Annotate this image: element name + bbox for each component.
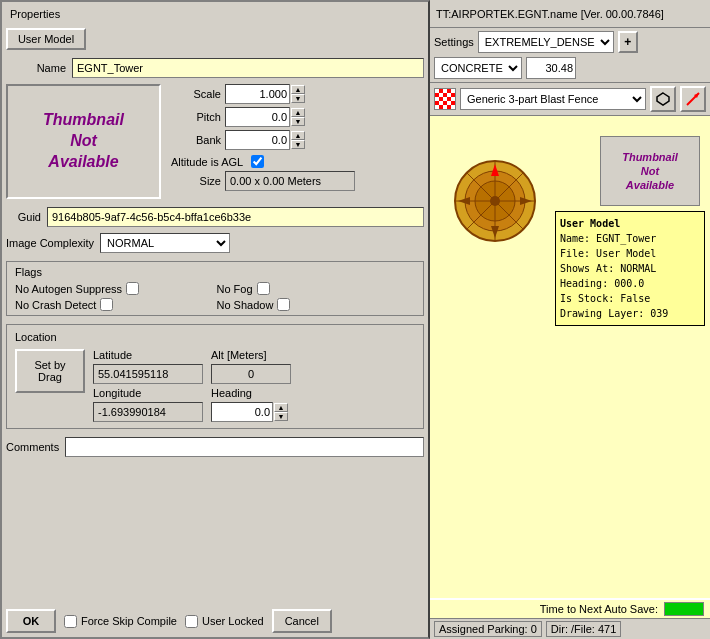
status-row: Assigned Parking: 0 Dir: /File: 471: [430, 618, 710, 639]
thumbnail-text: ThumbnailNotAvailable: [43, 110, 124, 172]
size-row: Size: [171, 171, 424, 191]
info-line6: Is Stock: False: [560, 291, 700, 306]
user-model-button[interactable]: User Model: [6, 28, 86, 50]
checkerboard-icon[interactable]: [434, 88, 456, 110]
alt-label: Alt [Meters]: [211, 349, 291, 361]
heading-label: Heading: [211, 387, 291, 399]
guid-input[interactable]: [47, 207, 424, 227]
bank-input[interactable]: [225, 130, 290, 150]
comments-row: Comments: [6, 437, 424, 457]
content-area: ThumbnailNotAvailable Scale ▲ ▼ Pitch ▲ …: [6, 84, 424, 199]
guid-row: Guid: [6, 207, 424, 227]
flag-no-shadow-checkbox[interactable]: [277, 298, 290, 311]
flag-no-crash-label: No Crash Detect: [15, 299, 96, 311]
add-button[interactable]: +: [618, 31, 638, 53]
right-panel: TT:AIRPORTEK.EGNT.name [Ver. 00.00.7846]…: [430, 0, 710, 639]
pitch-spinner[interactable]: ▲ ▼: [291, 108, 305, 126]
flags-title: Flags: [15, 266, 415, 278]
name-label: Name: [6, 62, 66, 74]
flag-no-autogen-label: No Autogen Suppress: [15, 283, 122, 295]
settings-bar: Settings EXTREMELY_DENSE + CONCRETE: [430, 28, 710, 83]
flag-no-crash-checkbox[interactable]: [100, 298, 113, 311]
auto-save-bar: [664, 602, 704, 616]
dir-file: Dir: /File: 471: [546, 621, 621, 637]
scale-up-btn[interactable]: ▲: [291, 85, 305, 94]
user-locked-item: User Locked: [185, 615, 264, 628]
complexity-row: Image Complexity NORMAL SIMPLE HIGH VERY…: [6, 233, 424, 253]
right-thumbnail: ThumbnailNotAvailable: [600, 136, 700, 206]
flag-no-fog: No Fog: [217, 282, 416, 295]
longitude-input[interactable]: [93, 402, 203, 422]
flag-no-autogen-checkbox[interactable]: [126, 282, 139, 295]
flag-no-autogen: No Autogen Suppress: [15, 282, 214, 295]
flags-group: Flags No Autogen Suppress No Fog No Cras…: [6, 261, 424, 316]
heading-down-btn[interactable]: ▼: [274, 412, 288, 421]
polygon-icon-btn[interactable]: [650, 86, 676, 112]
info-line4: Shows At: NORMAL: [560, 261, 700, 276]
flags-grid: No Autogen Suppress No Fog No Crash Dete…: [15, 282, 415, 311]
scale-label: Scale: [171, 88, 221, 100]
pitch-up-btn[interactable]: ▲: [291, 108, 305, 117]
flag-no-fog-checkbox[interactable]: [257, 282, 270, 295]
alt-input[interactable]: [211, 364, 291, 384]
set-by-drag-button[interactable]: Set by Drag: [15, 349, 85, 393]
latitude-input[interactable]: [93, 364, 203, 384]
scale-down-btn[interactable]: ▼: [291, 94, 305, 103]
bank-row: Bank ▲ ▼: [171, 130, 424, 150]
scale-row: Scale ▲ ▼: [171, 84, 424, 104]
latitude-label: Latitude: [93, 349, 203, 361]
right-top-bar: TT:AIRPORTEK.EGNT.name [Ver. 00.00.7846]: [430, 0, 710, 28]
panel-title: Properties: [6, 6, 424, 22]
bank-up-btn[interactable]: ▲: [291, 131, 305, 140]
scale-panel: Scale ▲ ▼ Pitch ▲ ▼ Bank ▲: [171, 84, 424, 199]
settings-label: Settings: [434, 36, 474, 48]
force-skip-checkbox[interactable]: [64, 615, 77, 628]
main-view: ThumbnailNotAvailable User Model Name: E…: [430, 116, 710, 598]
user-locked-checkbox[interactable]: [185, 615, 198, 628]
info-box: User Model Name: EGNT_Tower File: User M…: [555, 211, 705, 326]
altitude-label: Altitude is AGL: [171, 156, 243, 168]
size-input: [225, 171, 355, 191]
lat-lon-col: Latitude Longitude: [93, 349, 203, 422]
bank-spinner[interactable]: ▲ ▼: [291, 131, 305, 149]
longitude-label: Longitude: [93, 387, 203, 399]
user-locked-label: User Locked: [202, 615, 264, 627]
alt-heading-col: Alt [Meters] Heading ▲ ▼: [211, 349, 291, 422]
heading-up-btn[interactable]: ▲: [274, 403, 288, 412]
properties-panel: Properties User Model Name ThumbnailNotA…: [0, 0, 430, 639]
heading-spinner[interactable]: ▲ ▼: [274, 403, 288, 421]
toolbar-select[interactable]: Generic 3-part Blast Fence: [460, 88, 646, 110]
bank-down-btn[interactable]: ▼: [291, 140, 305, 149]
concrete-select[interactable]: CONCRETE: [434, 57, 522, 79]
info-line7: Drawing Layer: 039: [560, 306, 700, 321]
info-line5: Heading: 000.0: [560, 276, 700, 291]
toolbar-row: Generic 3-part Blast Fence: [430, 83, 710, 116]
comments-input[interactable]: [65, 437, 424, 457]
scale-spinner[interactable]: ▲ ▼: [291, 85, 305, 103]
ok-button[interactable]: OK: [6, 609, 56, 633]
cancel-button[interactable]: Cancel: [272, 609, 332, 633]
settings-select[interactable]: EXTREMELY_DENSE: [478, 31, 614, 53]
arrow-icon-btn[interactable]: [680, 86, 706, 112]
altitude-row: Altitude is AGL: [171, 155, 424, 168]
assigned-parking: Assigned Parking: 0: [434, 621, 542, 637]
altitude-checkbox[interactable]: [251, 155, 264, 168]
flag-no-fog-label: No Fog: [217, 283, 253, 295]
pitch-down-btn[interactable]: ▼: [291, 117, 305, 126]
force-skip-label: Force Skip Compile: [81, 615, 177, 627]
auto-save-label: Time to Next Auto Save:: [540, 603, 658, 615]
right-thumbnail-text: ThumbnailNotAvailable: [622, 150, 678, 193]
right-top-title: TT:AIRPORTEK.EGNT.name [Ver. 00.00.7846]: [436, 8, 664, 20]
name-input[interactable]: [72, 58, 424, 78]
bank-label: Bank: [171, 134, 221, 146]
num-input[interactable]: [526, 57, 576, 79]
complexity-select[interactable]: NORMAL SIMPLE HIGH VERY HIGH EXTREMELY D…: [100, 233, 230, 253]
heading-input[interactable]: [211, 402, 273, 422]
pitch-input[interactable]: [225, 107, 290, 127]
svg-marker-0: [657, 93, 669, 105]
scale-input[interactable]: [225, 84, 290, 104]
compass-rose: [450, 156, 540, 246]
auto-save-row: Time to Next Auto Save:: [430, 600, 710, 618]
info-line3: File: User Model: [560, 246, 700, 261]
flag-no-shadow: No Shadow: [217, 298, 416, 311]
